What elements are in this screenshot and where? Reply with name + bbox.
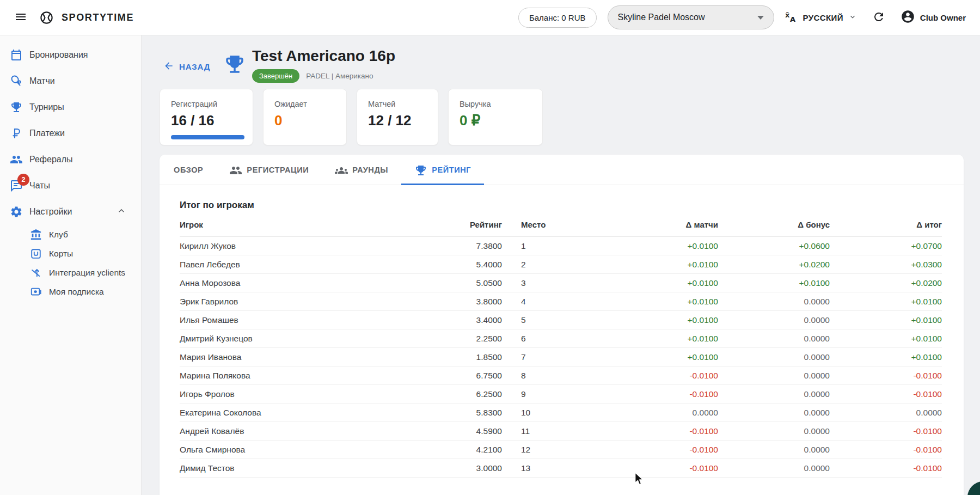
status-badge: Завершён xyxy=(252,69,299,83)
sidebar-item-gear[interactable]: Настройки xyxy=(0,199,141,225)
dropdown-arrow-icon xyxy=(757,16,764,20)
table-row[interactable]: Екатерина Соколова 5.8300 10 0.0000 0.00… xyxy=(180,404,942,422)
translate-icon: x̄ A xyxy=(785,10,798,25)
cell-rating: 4.5900 xyxy=(448,422,502,441)
sidebar-subitem-label: Моя подписка xyxy=(49,287,104,297)
tab-label: РАУНДЫ xyxy=(352,166,388,174)
cell-rating: 5.8300 xyxy=(448,404,502,422)
bank-icon xyxy=(30,229,42,241)
cell-player: Павел Лебедев xyxy=(180,255,448,274)
tournament-subtitle: PADEL | Американо xyxy=(306,72,373,80)
table-row[interactable]: Павел Лебедев 5.4000 2 +0.0100 +0.0200 +… xyxy=(180,255,942,274)
chevron-up-icon xyxy=(116,205,127,218)
cell-place: 7 xyxy=(502,348,584,366)
cell-delta-matches: -0.0100 xyxy=(584,459,718,478)
sidebar-subitem-label: Клуб xyxy=(49,230,68,240)
tab-обзор[interactable]: ОБЗОР xyxy=(161,155,216,185)
menu-button[interactable] xyxy=(10,7,32,28)
sidebar-item-chat[interactable]: 2 Чаты xyxy=(0,173,141,199)
refresh-button[interactable] xyxy=(868,7,890,28)
balance-chip[interactable]: Баланс: 0 RUB xyxy=(518,8,597,28)
club-select-value: Skyline Padel Moscow xyxy=(618,13,705,22)
table-row[interactable]: Мария Иванова 1.8500 7 +0.0100 0.0000 +0… xyxy=(180,348,942,366)
sidebar-item-people[interactable]: Рефералы xyxy=(0,146,141,173)
account-menu[interactable]: Club Owner xyxy=(901,9,966,26)
arrow-left-icon xyxy=(163,60,174,73)
calendar-icon xyxy=(10,48,23,62)
cell-delta-matches: -0.0100 xyxy=(584,441,718,459)
trophy-icon xyxy=(10,101,23,114)
sidebar-subitem-bank[interactable]: Клуб xyxy=(0,225,141,244)
cell-player: Андрей Ковалёв xyxy=(180,422,448,441)
cell-delta-matches: +0.0100 xyxy=(584,237,718,255)
col-rating: Рейтинг xyxy=(448,220,502,237)
cell-place: 6 xyxy=(502,329,584,348)
table-row[interactable]: Дмитрий Кузнецов 2.2500 6 +0.0100 0.0000… xyxy=(180,329,942,348)
back-button[interactable]: НАЗАД xyxy=(163,60,210,73)
cell-delta-total: +0.0300 xyxy=(830,255,942,274)
cell-rating: 3.4000 xyxy=(448,311,502,329)
section-title: Итог по игрокам xyxy=(180,200,964,211)
table-row[interactable]: Игорь Фролов 6.2500 9 -0.0100 0.0000 -0.… xyxy=(180,385,942,404)
ruble-icon xyxy=(10,127,23,140)
table-row[interactable]: Димид Тестов 3.0000 13 -0.0100 0.0000 -0… xyxy=(180,459,942,478)
integration-icon xyxy=(30,267,42,279)
sidebar-subitem-court[interactable]: Корты xyxy=(0,244,141,263)
tab-рейтинг[interactable]: РЕЙТИНГ xyxy=(401,155,484,185)
cell-delta-bonus: 0.0000 xyxy=(718,292,830,311)
table-row[interactable]: Марина Полякова 6.7500 8 -0.0100 0.0000 … xyxy=(180,366,942,385)
cell-delta-bonus: 0.0000 xyxy=(718,348,830,366)
stat-card-label: Матчей xyxy=(368,100,427,108)
table-row[interactable]: Андрей Ковалёв 4.5900 11 -0.0100 0.0000 … xyxy=(180,422,942,441)
cell-delta-total: 0.0000 xyxy=(830,404,942,422)
sidebar-subitem-subscription[interactable]: Моя подписка xyxy=(0,282,141,301)
table-row[interactable]: Ольга Смирнова 4.2100 12 -0.0100 0.0000 … xyxy=(180,441,942,459)
hamburger-icon xyxy=(14,10,27,25)
court-icon xyxy=(30,248,42,260)
table-row[interactable]: Кирилл Жуков 7.3800 1 +0.0100 +0.0600 +0… xyxy=(180,237,942,255)
cell-player: Ольга Смирнова xyxy=(180,441,448,459)
cell-player: Мария Иванова xyxy=(180,348,448,366)
stat-card-value: 12 / 12 xyxy=(368,112,427,129)
sidebar-item-calendar[interactable]: Бронирования xyxy=(0,42,141,68)
refresh-icon xyxy=(872,10,885,25)
tab-раунды[interactable]: РАУНДЫ xyxy=(322,155,401,185)
table-row[interactable]: Анна Морозова 5.0500 3 +0.0100 +0.0100 +… xyxy=(180,274,942,292)
cell-player: Кирилл Жуков xyxy=(180,237,448,255)
sidebar-item-ruble[interactable]: Платежи xyxy=(0,120,141,146)
sidebar-item-trophy[interactable]: Турниры xyxy=(0,94,141,120)
chat-icon: 2 xyxy=(10,179,23,192)
sidebar-subitem-integration[interactable]: Интеграция yclients xyxy=(0,263,141,282)
cell-rating: 5.4000 xyxy=(448,255,502,274)
tournament-trophy-icon xyxy=(223,53,246,78)
sidebar-item-label: Чаты xyxy=(29,181,50,191)
language-switcher[interactable]: x̄ A РУССКИЙ xyxy=(785,10,857,25)
cell-delta-total: +0.0100 xyxy=(830,292,942,311)
back-label: НАЗАД xyxy=(179,62,210,71)
gear-icon xyxy=(10,205,23,218)
cell-delta-bonus: 0.0000 xyxy=(718,329,830,348)
sidebar: Бронирования Матчи Турниры Платежи Рефер… xyxy=(0,35,142,495)
cell-delta-matches: +0.0100 xyxy=(584,292,718,311)
tab-регистрации[interactable]: РЕГИСТРАЦИИ xyxy=(216,155,322,185)
table-row[interactable]: Эрик Гаврилов 3.8000 4 +0.0100 0.0000 +0… xyxy=(180,292,942,311)
main-content: НАЗАД Test Americano 16p Завершён PADEL … xyxy=(142,35,980,495)
sidebar-subitem-label: Интеграция yclients xyxy=(49,268,125,278)
cell-delta-matches: +0.0100 xyxy=(584,329,718,348)
club-select[interactable]: Skyline Padel Moscow xyxy=(608,5,774,29)
cell-delta-bonus: 0.0000 xyxy=(718,404,830,422)
table-row[interactable]: Илья Ромашев 3.4000 5 +0.0100 0.0000 +0.… xyxy=(180,311,942,329)
cell-delta-bonus: 0.0000 xyxy=(718,422,830,441)
cell-delta-total: -0.0100 xyxy=(830,441,942,459)
cell-place: 11 xyxy=(502,422,584,441)
sidebar-item-label: Платежи xyxy=(29,129,65,138)
cell-rating: 3.0000 xyxy=(448,459,502,478)
sidebar-item-racket[interactable]: Матчи xyxy=(0,68,141,94)
cell-delta-bonus: 0.0000 xyxy=(718,459,830,478)
cell-rating: 4.2100 xyxy=(448,441,502,459)
groups-icon xyxy=(335,164,347,176)
cell-player: Анна Морозова xyxy=(180,274,448,292)
cell-place: 3 xyxy=(502,274,584,292)
stat-card: Матчей 12 / 12 xyxy=(357,89,438,145)
cell-delta-matches: -0.0100 xyxy=(584,366,718,385)
